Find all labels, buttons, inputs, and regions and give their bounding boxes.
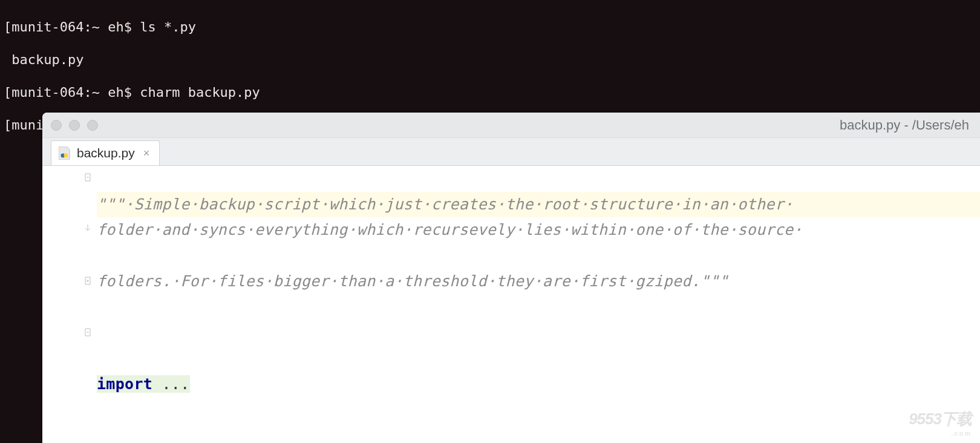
watermark: 9553下载 .com [909, 409, 972, 437]
watermark-sub: .com [909, 430, 972, 437]
fold-expand-icon[interactable] [83, 277, 93, 286]
keyword-import: import [97, 375, 152, 393]
prompt [4, 52, 11, 67]
prompt: [munit-064:~ eh$ [4, 19, 140, 34]
terminal-output: backup.py [11, 52, 83, 67]
terminal-cmd: charm backup.py [140, 85, 260, 100]
ide-window: backup.py - /Users/eh backup.py × """·Si… [42, 113, 980, 443]
import-folded: ... [152, 375, 189, 393]
close-window-icon[interactable] [51, 120, 62, 131]
tab-bar: backup.py × [42, 138, 980, 166]
fold-end-icon [83, 225, 93, 234]
terminal-line: [munit-064:~ eh$ ls *.py [4, 19, 976, 35]
svg-point-1 [64, 154, 68, 158]
python-file-icon [59, 146, 71, 160]
minimize-window-icon[interactable] [69, 120, 80, 131]
terminal-line: backup.py [4, 51, 976, 68]
docstring-line: folder·and·syncs·everything·which·recurs… [97, 221, 803, 238]
fold-toggle-icon[interactable] [83, 173, 93, 183]
docstring-line: """·Simple·backup·script·which·just·crea… [97, 195, 793, 213]
watermark-text: 9553下载 [909, 410, 972, 428]
terminal-cmd: ls *.py [140, 19, 196, 34]
code-editor[interactable]: """·Simple·backup·script·which·just·crea… [42, 166, 980, 443]
docstring-line: folders.·For·files·bigger·than·a·thresho… [97, 272, 728, 290]
close-tab-icon[interactable]: × [141, 147, 150, 160]
traffic-lights [51, 120, 98, 131]
fold-toggle-icon[interactable] [83, 328, 93, 338]
terminal-line: [munit-064:~ eh$ charm backup.py [4, 84, 976, 100]
gutter[interactable] [42, 166, 97, 443]
tab-backup-py[interactable]: backup.py × [51, 140, 160, 165]
titlebar[interactable]: backup.py - /Users/eh [42, 113, 980, 138]
code-area[interactable]: """·Simple·backup·script·which·just·crea… [97, 166, 980, 443]
prompt: [munit-064:~ eh$ [4, 85, 140, 100]
tab-label: backup.py [77, 146, 135, 160]
zoom-window-icon[interactable] [87, 120, 98, 131]
window-title: backup.py - /Users/eh [98, 117, 972, 133]
